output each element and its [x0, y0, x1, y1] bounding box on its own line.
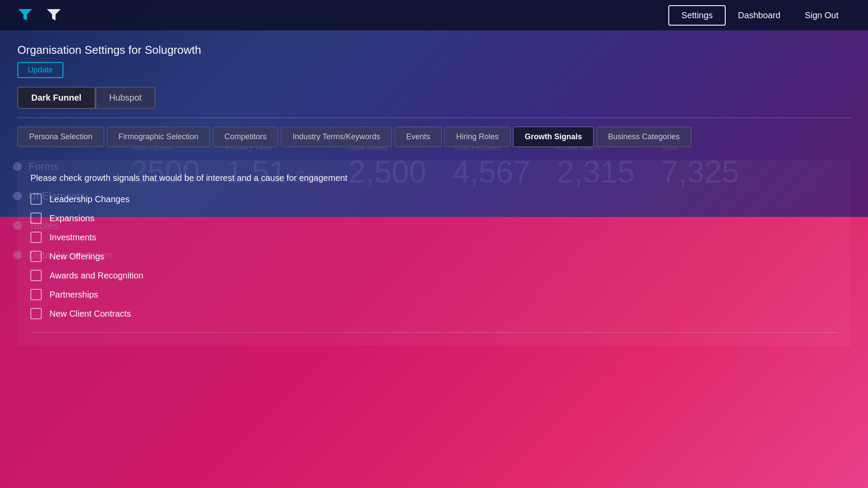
signout-button[interactable]: Sign Out	[792, 6, 851, 25]
dashboard-button[interactable]: Dashboard	[726, 6, 792, 25]
svg-marker-0	[18, 9, 32, 20]
checkbox-label-expansions: Expansions	[49, 213, 94, 223]
checkbox-label-awards-recognition: Awards and Recognition	[49, 271, 143, 281]
checkbox-item-investments[interactable]: Investments	[30, 232, 838, 243]
logo-icon-2	[46, 7, 62, 23]
checkbox-label-leadership-changes: Leadership Changes	[49, 194, 130, 204]
topbar-nav: Settings Dashboard Sign Out	[668, 5, 851, 26]
checkbox-leadership-changes[interactable]	[30, 193, 42, 205]
subnav-tab-competitors[interactable]: Competitors	[213, 127, 278, 147]
checkbox-awards-recognition[interactable]	[30, 270, 42, 281]
tab-hubspot[interactable]: Hubspot	[95, 87, 156, 109]
checkbox-item-new-offerings[interactable]: New Offerings	[30, 251, 838, 262]
content-description: Please check growth signals that would b…	[30, 173, 838, 183]
checkbox-partnerships[interactable]	[30, 289, 42, 300]
update-button[interactable]: Update	[17, 62, 63, 78]
checkbox-item-partnerships[interactable]: Partnerships	[30, 289, 838, 300]
checkbox-item-expansions[interactable]: Expansions	[30, 213, 838, 224]
subnav-tab-group: Persona Selection Firmographic Selection…	[17, 127, 851, 147]
checkbox-new-offerings[interactable]	[30, 251, 42, 262]
checkbox-item-leadership-changes[interactable]: Leadership Changes	[30, 193, 838, 205]
main-divider	[17, 118, 851, 118]
checkbox-expansions[interactable]	[30, 213, 42, 224]
checkbox-investments[interactable]	[30, 232, 42, 243]
main-content: Organisation Settings for Solugrowth Upd…	[0, 30, 868, 359]
topbar-logos	[17, 7, 62, 23]
settings-button[interactable]: Settings	[668, 5, 726, 26]
tab-dark-funnel[interactable]: Dark Funnel	[17, 87, 95, 109]
org-title: Organisation Settings for Solugrowth	[17, 43, 851, 57]
checkbox-label-new-offerings: New Offerings	[49, 252, 104, 262]
subnav-tab-industry-terms[interactable]: Industry Terms/Keywords	[281, 127, 392, 147]
checkbox-label-partnerships: Partnerships	[49, 290, 98, 300]
logo-icon-1	[17, 7, 33, 23]
checkbox-item-new-client-contracts[interactable]: New Client Contracts	[30, 308, 838, 319]
subnav-tab-firmographic-selection[interactable]: Firmographic Selection	[107, 127, 210, 147]
subnav-tab-events[interactable]: Events	[395, 127, 442, 147]
subnav-tab-hiring-roles[interactable]: Hiring Roles	[444, 127, 510, 147]
growth-signals-list: Leadership Changes Expansions Investment…	[30, 193, 838, 319]
subnav-tab-persona-selection[interactable]: Persona Selection	[17, 127, 104, 147]
checkbox-label-new-client-contracts: New Client Contracts	[49, 309, 131, 319]
topbar: Settings Dashboard Sign Out	[0, 0, 868, 30]
checkbox-label-investments: Investments	[49, 233, 96, 242]
subnav-tab-growth-signals[interactable]: Growth Signals	[513, 127, 594, 147]
checkbox-item-awards-recognition[interactable]: Awards and Recognition	[30, 270, 838, 281]
svg-marker-1	[47, 9, 61, 20]
content-bottom-divider	[30, 332, 838, 333]
checkbox-new-client-contracts[interactable]	[30, 308, 42, 319]
main-tab-group: Dark Funnel Hubspot	[17, 87, 851, 109]
subnav-tab-business-categories[interactable]: Business Categories	[596, 127, 691, 147]
content-area: Please check growth signals that would b…	[17, 160, 851, 346]
